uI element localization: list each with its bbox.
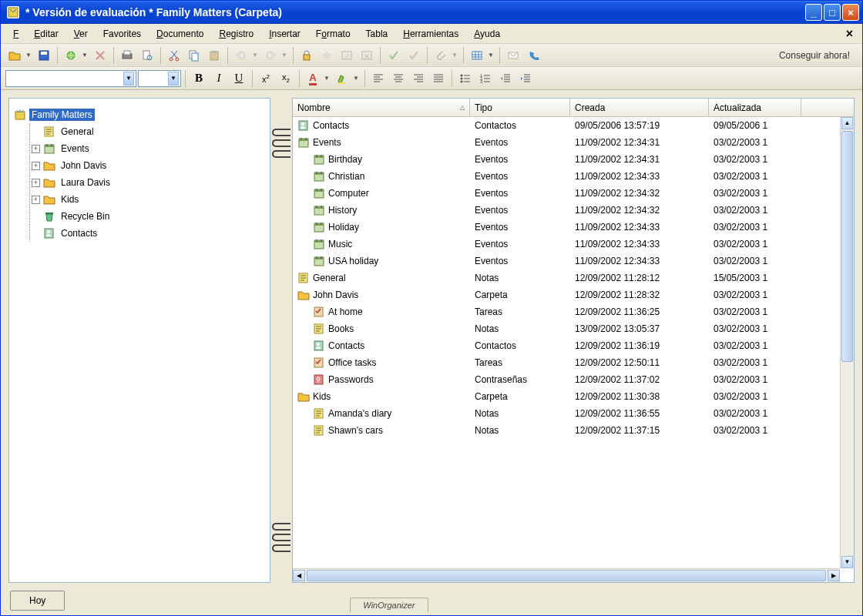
bullets-button[interactable] bbox=[456, 69, 475, 88]
subscript-button[interactable]: x2 bbox=[277, 69, 295, 88]
tree-item[interactable]: General bbox=[32, 123, 265, 140]
table-row[interactable]: EventsEventos11/09/2002 12:34:3103/02/20… bbox=[293, 134, 854, 151]
menu-formato[interactable]: Formato bbox=[308, 25, 358, 42]
menu-tabla[interactable]: Tabla bbox=[358, 25, 396, 42]
font-combo[interactable]: ▼ bbox=[5, 70, 136, 87]
scroll-thumb[interactable] bbox=[841, 131, 853, 362]
col-nombre[interactable]: Nombre△ bbox=[293, 99, 470, 116]
menu-ver[interactable]: Ver bbox=[66, 25, 96, 42]
menu-ayuda[interactable]: Ayuda bbox=[466, 25, 508, 42]
edit-button[interactable] bbox=[337, 46, 356, 65]
mail-button[interactable] bbox=[504, 46, 522, 65]
bold-button[interactable]: B bbox=[190, 69, 208, 88]
underline-button[interactable]: U bbox=[230, 69, 248, 88]
horizontal-scrollbar[interactable]: ◀ ▶ bbox=[293, 568, 840, 582]
save-button[interactable] bbox=[35, 46, 53, 65]
menu-fichero[interactable]: F bbox=[5, 25, 26, 42]
maximize-button[interactable]: □ bbox=[824, 4, 841, 21]
forward-dropdown[interactable]: ▼ bbox=[281, 52, 289, 59]
back-button[interactable] bbox=[232, 46, 250, 65]
table-row[interactable]: Amanda's diaryNotas12/09/2002 11:36:5503… bbox=[293, 405, 854, 422]
table-dropdown[interactable]: ▼ bbox=[488, 52, 495, 59]
today-button[interactable]: Hoy bbox=[10, 591, 65, 611]
forward-button[interactable] bbox=[261, 46, 280, 65]
table-row[interactable]: HolidayEventos11/09/2002 12:34:3303/02/2… bbox=[293, 219, 854, 236]
favorite-button[interactable] bbox=[317, 46, 336, 65]
table-row[interactable]: KidsCarpeta12/09/2002 11:30:3803/02/2003… bbox=[293, 388, 854, 405]
font-color-dropdown[interactable]: ▼ bbox=[324, 75, 331, 82]
table-row[interactable]: PasswordsContraseñas12/09/2002 11:37:020… bbox=[293, 371, 854, 388]
justify-button[interactable] bbox=[429, 69, 448, 88]
scroll-left-button[interactable]: ◀ bbox=[293, 570, 305, 581]
table-row[interactable]: At homeTareas12/09/2002 11:36:2503/02/20… bbox=[293, 303, 854, 320]
menu-favorites[interactable]: Favorites bbox=[96, 25, 149, 42]
menu-herramientas[interactable]: Herramientas bbox=[395, 25, 466, 42]
cut-button[interactable] bbox=[165, 46, 183, 65]
paste-button[interactable] bbox=[205, 46, 223, 65]
tree-item[interactable]: Contacts bbox=[32, 225, 265, 242]
align-center-button[interactable] bbox=[389, 69, 408, 88]
table-row[interactable]: GeneralNotas12/09/2002 11:28:1215/05/200… bbox=[293, 270, 854, 286]
close-button[interactable]: × bbox=[842, 4, 859, 21]
highlight-dropdown[interactable]: ▼ bbox=[353, 75, 361, 82]
tree-root[interactable]: Family Matters bbox=[14, 106, 265, 123]
check2-button[interactable] bbox=[405, 46, 423, 65]
delete-button[interactable] bbox=[91, 46, 109, 65]
menu-close-icon[interactable]: × bbox=[841, 27, 858, 41]
open-dropdown[interactable]: ▼ bbox=[25, 52, 33, 59]
table-row[interactable]: HistoryEventos11/09/2002 12:34:3203/02/2… bbox=[293, 202, 854, 219]
highlight-button[interactable] bbox=[333, 69, 351, 88]
minimize-button[interactable]: _ bbox=[805, 4, 822, 21]
expander-icon[interactable]: + bbox=[32, 145, 40, 153]
print-button[interactable] bbox=[118, 46, 136, 65]
preview-button[interactable] bbox=[138, 46, 156, 65]
outdent-button[interactable] bbox=[496, 69, 515, 88]
table-row[interactable]: MusicEventos11/09/2002 12:34:3303/02/200… bbox=[293, 236, 854, 253]
indent-button[interactable] bbox=[516, 69, 535, 88]
footer-tab[interactable]: WinOrganizer bbox=[350, 598, 428, 612]
font-color-button[interactable]: A bbox=[304, 69, 322, 88]
attach-button[interactable] bbox=[432, 46, 450, 65]
vertical-scrollbar[interactable]: ▲ ▼ bbox=[840, 117, 854, 568]
tree-item[interactable]: Recycle Bin bbox=[32, 208, 265, 225]
italic-button[interactable]: I bbox=[210, 69, 228, 88]
back-dropdown[interactable]: ▼ bbox=[252, 52, 260, 59]
col-actualizada[interactable]: Actualizada bbox=[709, 99, 801, 116]
table-button[interactable] bbox=[468, 46, 486, 65]
attach-dropdown[interactable]: ▼ bbox=[452, 52, 459, 59]
tree-item[interactable]: +Kids bbox=[32, 191, 265, 208]
numbering-button[interactable]: 123 bbox=[476, 69, 495, 88]
new-button[interactable] bbox=[62, 46, 80, 65]
scroll-right-button[interactable]: ▶ bbox=[828, 570, 840, 581]
scroll-up-button[interactable]: ▲ bbox=[841, 117, 853, 129]
col-tipo[interactable]: Tipo bbox=[470, 99, 570, 116]
table-row[interactable]: BirthdayEventos11/09/2002 12:34:3103/02/… bbox=[293, 151, 854, 168]
hscroll-thumb[interactable] bbox=[307, 570, 826, 581]
table-row[interactable]: John DavisCarpeta12/09/2002 11:28:3203/0… bbox=[293, 286, 854, 303]
table-row[interactable]: Office tasksTareas12/09/2002 12:50:1103/… bbox=[293, 354, 854, 371]
check-button[interactable] bbox=[384, 46, 403, 65]
table-row[interactable]: USA holidayEventos11/09/2002 12:34:3303/… bbox=[293, 253, 854, 270]
close-doc-button[interactable] bbox=[358, 46, 376, 65]
table-row[interactable]: ComputerEventos11/09/2002 12:34:3203/02/… bbox=[293, 185, 854, 202]
get-now-link[interactable]: Conseguir ahora! bbox=[771, 50, 858, 61]
align-right-button[interactable] bbox=[409, 69, 428, 88]
new-dropdown[interactable]: ▼ bbox=[82, 52, 89, 59]
lock-button[interactable] bbox=[297, 46, 316, 65]
tree-panel[interactable]: Family Matters General+Events+John Davis… bbox=[8, 98, 270, 583]
menu-insertar[interactable]: Insertar bbox=[261, 25, 308, 42]
titlebar[interactable]: * Versión de evaluación * Family Matters… bbox=[1, 1, 862, 24]
table-row[interactable]: ContactsContactos12/09/2002 11:36:1903/0… bbox=[293, 337, 854, 354]
expander-icon[interactable]: + bbox=[32, 179, 40, 187]
expander-icon[interactable]: + bbox=[32, 162, 40, 170]
menu-editar[interactable]: Editar bbox=[26, 25, 65, 42]
tree-item[interactable]: +Events bbox=[32, 140, 265, 157]
table-row[interactable]: BooksNotas13/09/2002 13:05:3703/02/2003 … bbox=[293, 320, 854, 337]
col-creada[interactable]: Creada bbox=[570, 99, 709, 116]
copy-button[interactable] bbox=[185, 46, 203, 65]
table-row[interactable]: Shawn's carsNotas12/09/2002 11:37:1503/0… bbox=[293, 422, 854, 439]
list-body[interactable]: ContactsContactos09/05/2006 13:57:1909/0… bbox=[293, 117, 854, 582]
tree-item[interactable]: +Laura Davis bbox=[32, 174, 265, 191]
table-row[interactable]: ChristianEventos11/09/2002 12:34:3303/02… bbox=[293, 168, 854, 185]
table-row[interactable]: ContactsContactos09/05/2006 13:57:1909/0… bbox=[293, 117, 854, 134]
